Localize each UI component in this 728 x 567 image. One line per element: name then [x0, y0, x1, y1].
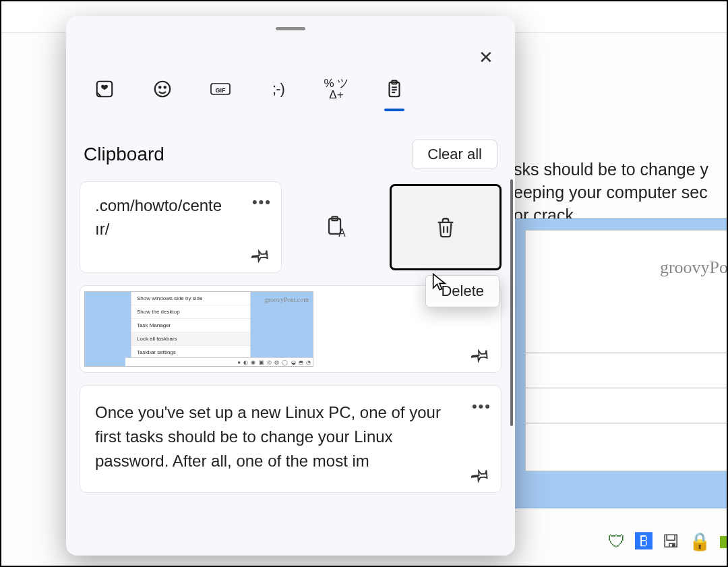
trash-icon	[434, 216, 457, 239]
delete-button[interactable]: Delete	[390, 184, 502, 270]
brand-text: groovyPo	[660, 258, 728, 278]
pin-icon	[471, 345, 490, 364]
paste-as-text-button[interactable]: A	[282, 181, 390, 273]
svg-point-2	[159, 86, 161, 88]
delete-tooltip: Delete	[425, 275, 499, 307]
clipboard-list: .com/howto/cente ır/ ••• A Delete	[74, 181, 507, 493]
clip-image-thumb: Show windows side by side Show the deskt…	[84, 291, 313, 367]
tab-emoji[interactable]	[147, 79, 178, 99]
clip-text-preview[interactable]: .com/howto/cente ır/ •••	[80, 181, 282, 273]
tab-stickers[interactable]	[89, 79, 120, 99]
more-button[interactable]: •••	[472, 395, 491, 417]
smiley-icon	[152, 79, 173, 99]
pin-button[interactable]	[251, 245, 270, 264]
ctx-menu-row: Lock all taskbars	[131, 332, 250, 346]
pin-button[interactable]	[471, 465, 490, 484]
clear-all-button[interactable]: Clear all	[412, 140, 497, 169]
tab-gif[interactable]: GIF	[205, 79, 236, 99]
clipboard-panel: ✕ GIF ;-) % ツΔ+ Clipboard Clear all .com…	[66, 16, 515, 556]
pin-icon	[471, 465, 490, 484]
system-tray: 🛡 🅱 🖫 🔒	[514, 531, 728, 552]
watermark: groovyPost.com	[265, 296, 309, 303]
background-paragraph: sks should be to change y eeping your co…	[514, 158, 727, 227]
ctx-menu-row: Show windows side by side	[131, 292, 250, 305]
lock-icon: 🔒	[689, 531, 710, 552]
svg-point-3	[164, 86, 166, 88]
close-button[interactable]: ✕	[472, 43, 500, 72]
svg-point-1	[155, 82, 171, 97]
ctx-menu-row: Show the desktop	[131, 305, 250, 319]
clip-text: Once you've set up a new Linux PC, one o…	[95, 403, 441, 470]
clip-text: .com/howto/cente ır/	[95, 196, 222, 238]
more-button[interactable]: •••	[252, 191, 272, 213]
svg-text:A: A	[338, 227, 346, 239]
pin-button[interactable]	[471, 345, 490, 364]
pin-icon	[251, 245, 270, 264]
gif-icon: GIF	[210, 79, 231, 99]
background-screenshot: groovyPo	[514, 218, 728, 508]
paste-text-icon: A	[324, 216, 347, 239]
heart-sticker-icon	[94, 79, 115, 99]
tab-kaomoji[interactable]: ;-)	[263, 80, 294, 98]
clip-item[interactable]: .com/howto/cente ır/ ••• A Delete	[80, 181, 502, 273]
category-tabs: GIF ;-) % ツΔ+	[74, 30, 507, 113]
usb-icon: 🖫	[662, 531, 679, 552]
clipboard-icon	[384, 79, 404, 99]
tab-clipboard[interactable]	[379, 79, 410, 99]
svg-text:GIF: GIF	[216, 87, 226, 94]
scrollbar[interactable]	[510, 179, 513, 426]
bluetooth-icon: 🅱	[635, 531, 653, 552]
square-icon	[720, 536, 728, 548]
shield-icon: 🛡	[608, 531, 626, 552]
tab-symbols[interactable]: % ツΔ+	[321, 78, 352, 100]
section-title: Clipboard	[84, 144, 164, 165]
clip-item[interactable]: Once you've set up a new Linux PC, one o…	[80, 385, 502, 493]
ctx-menu-row: Task Manager	[131, 319, 250, 332]
